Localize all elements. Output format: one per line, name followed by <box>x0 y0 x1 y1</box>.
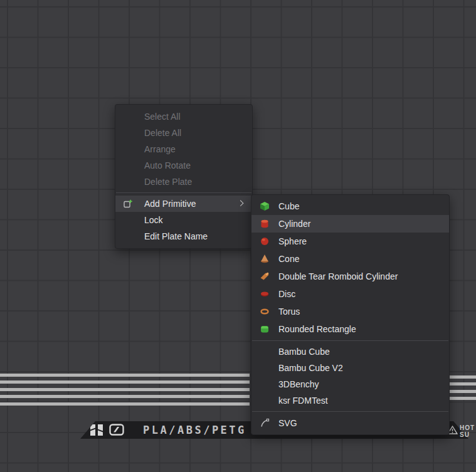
menu-item-label: Sphere <box>278 236 307 246</box>
warning-text-line1: HOT <box>460 424 475 431</box>
cube-icon <box>260 201 270 211</box>
cone-icon <box>260 254 270 264</box>
submenu-item-double-tear-romboid-cylinder[interactable]: Double Tear Romboid Cylinder <box>251 268 449 285</box>
add-primitive-icon <box>123 199 133 209</box>
context-menu-item-delete-plate: Delete Plate <box>115 174 252 190</box>
svg-icon <box>260 418 270 428</box>
submenu-arrow-icon <box>238 200 244 206</box>
cylinder-icon <box>260 219 270 229</box>
menu-item-label: Cylinder <box>278 219 310 229</box>
rounded-rectangle-icon <box>260 324 270 334</box>
submenu-item-cube[interactable]: Cube <box>251 197 449 215</box>
disc-icon <box>260 289 270 299</box>
add-primitive-submenu: CubeCylinderSphereConeDouble Tear Romboi… <box>251 194 450 435</box>
submenu-item-disc[interactable]: Disc <box>251 285 449 303</box>
menu-item-label: Delete Plate <box>144 177 192 187</box>
submenu-item-sphere[interactable]: Sphere <box>251 233 449 250</box>
bambu-logo-icon <box>90 424 103 436</box>
menu-item-label: Cone <box>278 254 299 264</box>
submenu-item-bambu-cube[interactable]: Bambu Cube <box>251 344 449 360</box>
menu-item-label: Arrange <box>144 144 176 154</box>
context-menu-item-arrange: Arrange <box>115 141 252 157</box>
context-menu-item-auto-rotate: Auto Rotate <box>115 157 252 174</box>
menu-item-label: Torus <box>278 307 300 317</box>
menu-item-label: Edit Plate Name <box>144 231 208 241</box>
plate-context-menu: Select AllDelete AllArrangeAuto RotateDe… <box>115 104 253 249</box>
menu-item-label: Disc <box>278 289 295 299</box>
submenu-item-rounded-rectangle[interactable]: Rounded Rectangle <box>251 320 449 338</box>
plate-badge-icon <box>109 424 124 436</box>
menu-item-label: Bambu Cube <box>278 347 330 357</box>
menu-item-label: Delete All <box>144 128 181 138</box>
submenu-item-ksr-fdmtest[interactable]: ksr FDMTest <box>251 392 449 409</box>
submenu-item-svg[interactable]: SVG <box>251 414 449 432</box>
menu-item-label: Cube <box>278 201 299 211</box>
submenu-item-bambu-cube-v2[interactable]: Bambu Cube V2 <box>251 360 449 376</box>
plate-hot-surface-warning: HOT SU <box>447 424 475 438</box>
context-menu-item-add-primitive[interactable]: Add Primitive <box>115 196 252 212</box>
menu-separator <box>252 411 448 412</box>
menu-item-label: SVG <box>278 418 297 428</box>
menu-item-label: Auto Rotate <box>144 160 191 170</box>
menu-item-label: Double Tear Romboid Cylinder <box>278 271 398 281</box>
menu-item-label: Bambu Cube V2 <box>278 363 343 373</box>
submenu-item-torus[interactable]: Torus <box>251 303 449 320</box>
menu-item-label: Lock <box>144 215 163 225</box>
menu-separator <box>116 192 251 193</box>
double-tear-icon <box>260 271 270 281</box>
torus-icon <box>260 307 270 317</box>
warning-text-line2: SU <box>460 431 475 438</box>
menu-item-label: ksr FDMTest <box>278 396 328 406</box>
menu-item-label: Add Primitive <box>144 199 196 209</box>
submenu-item-3dbenchy[interactable]: 3DBenchy <box>251 376 449 392</box>
submenu-item-cone[interactable]: Cone <box>251 250 449 268</box>
menu-item-label: 3DBenchy <box>278 379 319 389</box>
sphere-icon <box>260 236 270 246</box>
context-menu-item-edit-plate-name[interactable]: Edit Plate Name <box>115 228 252 244</box>
menu-item-label: Select All <box>144 112 181 122</box>
plate-name-label: PLA/ABS/PETG <box>143 421 246 439</box>
menu-item-label: Rounded Rectangle <box>278 324 356 334</box>
context-menu-item-lock[interactable]: Lock <box>115 212 252 228</box>
menu-separator <box>252 340 448 341</box>
plate-stripes-left <box>0 374 250 406</box>
context-menu-item-delete-all: Delete All <box>115 125 252 141</box>
submenu-item-cylinder[interactable]: Cylinder <box>251 215 449 233</box>
context-menu-item-select-all: Select All <box>115 108 252 125</box>
